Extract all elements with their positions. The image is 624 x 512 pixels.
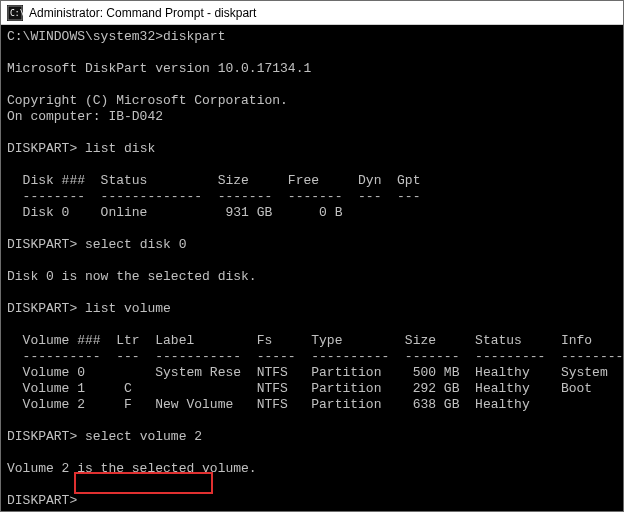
diskpart-prompt: DISKPART> xyxy=(7,237,77,252)
cmd-list-volume: list volume xyxy=(85,301,171,316)
window-title: Administrator: Command Prompt - diskpart xyxy=(29,6,256,20)
diskpart-prompt: DISKPART> xyxy=(7,141,77,156)
terminal-output[interactable]: C:\WINDOWS\system32>diskpart Microsoft D… xyxy=(1,25,623,511)
cmd-icon: C:\ xyxy=(7,5,23,21)
selected-disk-message: Disk 0 is now the selected disk. xyxy=(7,269,257,284)
cmd-select-disk: select disk 0 xyxy=(85,237,186,252)
selected-volume-message: Volume 2 is the selected volume. xyxy=(7,461,257,476)
diskpart-prompt: DISKPART> xyxy=(7,429,77,444)
disk-table-row: Disk 0 Online 931 GB 0 B xyxy=(7,205,436,220)
cmd-diskpart: diskpart xyxy=(163,29,225,44)
title-bar[interactable]: C:\ Administrator: Command Prompt - disk… xyxy=(1,1,623,25)
diskpart-prompt-final: DISKPART> xyxy=(7,493,77,508)
copyright-line: Copyright (C) Microsoft Corporation. xyxy=(7,93,288,108)
disk-table-divider: -------- ------------- ------- ------- -… xyxy=(7,189,420,204)
disk-table-header: Disk ### Status Size Free Dyn Gpt xyxy=(7,173,420,188)
svg-text:C:\: C:\ xyxy=(10,9,23,18)
cmd-select-volume: select volume 2 xyxy=(85,429,202,444)
version-line: Microsoft DiskPart version 10.0.17134.1 xyxy=(7,61,311,76)
cwd-prompt: C:\WINDOWS\system32> xyxy=(7,29,163,44)
computer-line: On computer: IB-D042 xyxy=(7,109,163,124)
volume-table-row: Volume 1 C NTFS Partition 292 GB Healthy… xyxy=(7,381,592,396)
command-prompt-window: C:\ Administrator: Command Prompt - disk… xyxy=(0,0,624,512)
volume-table-divider: ---------- --- ----------- ----- -------… xyxy=(7,349,623,364)
volume-table-header: Volume ### Ltr Label Fs Type Size Status… xyxy=(7,333,592,348)
volume-table-row: Volume 0 System Rese NTFS Partition 500 … xyxy=(7,365,608,380)
diskpart-prompt: DISKPART> xyxy=(7,301,77,316)
cmd-list-disk: list disk xyxy=(85,141,155,156)
volume-table-row: Volume 2 F New Volume NTFS Partition 638… xyxy=(7,397,530,412)
